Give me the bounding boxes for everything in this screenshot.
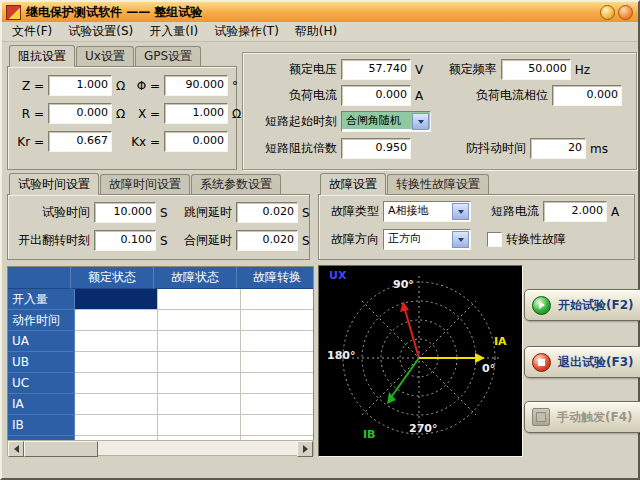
r-label: R = [16, 107, 44, 121]
chevron-down-icon[interactable] [452, 203, 469, 220]
menu-test-settings[interactable]: 试验设置(S) [60, 22, 141, 41]
table-cell[interactable] [158, 289, 241, 310]
app-icon [6, 5, 21, 20]
table-cell[interactable] [158, 310, 241, 331]
table-cell[interactable] [241, 415, 314, 436]
r-input[interactable]: 0.000 [48, 103, 112, 124]
close-button[interactable] [618, 5, 633, 20]
short-current-input[interactable]: 2.000 [543, 201, 607, 222]
table-cell[interactable] [158, 352, 241, 373]
menu-file[interactable]: 文件(F) [4, 22, 60, 41]
scroll-left-arrow-icon[interactable] [8, 441, 24, 457]
table-cell[interactable] [241, 331, 314, 352]
table-cell[interactable] [75, 331, 158, 352]
flip-time-input[interactable]: 0.100 [94, 230, 156, 251]
kr-input[interactable]: 0.667 [48, 131, 112, 152]
tab-ux-settings[interactable]: Ux设置 [76, 46, 134, 66]
ib-axis-label: IB [363, 429, 375, 441]
fault-tabstrip: 故障设置 转换性故障设置 [318, 174, 635, 194]
fault-type-label: 故障类型 [327, 203, 379, 220]
fault-type-combo[interactable]: A相接地 [383, 201, 471, 222]
tab-gps-settings[interactable]: GPS设置 [135, 46, 201, 66]
exit-test-label: 退出试验(F3) [558, 354, 634, 371]
table-cell[interactable] [158, 331, 241, 352]
debounce-input[interactable]: 20 [530, 138, 586, 159]
rated-freq-input[interactable]: 50.000 [501, 59, 571, 80]
convert-fault-checkbox[interactable] [487, 232, 502, 247]
impedance-ratio-input[interactable]: 0.950 [341, 138, 411, 159]
deg0-label: 0° [482, 363, 495, 375]
start-test-icon [532, 296, 551, 315]
table-cell[interactable] [241, 352, 314, 373]
tab-test-time[interactable]: 试验时间设置 [9, 173, 99, 195]
tab-system-params[interactable]: 系统参数设置 [191, 174, 281, 194]
exit-test-button[interactable]: 退出试验(F3) [524, 346, 640, 378]
row-header-ua: UA [8, 331, 75, 352]
table-cell[interactable] [158, 394, 241, 415]
z-input[interactable]: 1.000 [48, 75, 112, 96]
table-cell[interactable] [75, 310, 158, 331]
table-cell[interactable] [241, 394, 314, 415]
table-cell[interactable] [158, 415, 241, 436]
x-input[interactable]: 1.000 [164, 103, 228, 124]
short-start-combo[interactable]: 合闸角随机 [341, 111, 431, 132]
table-corner-header [8, 267, 71, 289]
table-cell[interactable] [75, 415, 158, 436]
scroll-right-arrow-icon[interactable] [297, 441, 313, 457]
trip-delay-input[interactable]: 0.020 [236, 202, 298, 223]
table-cell[interactable] [158, 373, 241, 394]
ia-axis-label: IA [494, 336, 507, 348]
z-unit: Ω [116, 79, 126, 93]
close-delay-input[interactable]: 0.020 [236, 230, 298, 251]
kr-label: Kr = [16, 135, 44, 149]
tab-convert-fault-settings[interactable]: 转换性故障设置 [387, 174, 489, 194]
tab-fault-settings[interactable]: 故障设置 [320, 173, 386, 195]
table-cell[interactable] [241, 373, 314, 394]
start-test-button[interactable]: 开始试验(F2) [524, 289, 640, 321]
test-time-input[interactable]: 10.000 [94, 202, 156, 223]
close-delay-unit: S [302, 234, 312, 248]
table-hscrollbar[interactable] [7, 440, 314, 456]
menu-test-operation[interactable]: 试验操作(T) [206, 22, 287, 41]
tab-fault-time[interactable]: 故障时间设置 [100, 174, 190, 194]
selected-cell[interactable] [75, 289, 158, 310]
tab-impedance-settings[interactable]: 阻抗设置 [9, 45, 75, 67]
ux-axis-label: UX [329, 270, 346, 282]
table-row: 开入量 [8, 289, 313, 310]
close-delay-label: 合闸延时 [174, 232, 232, 249]
test-time-label: 试验时间 [16, 204, 90, 221]
fault-direction-label: 故障方向 [327, 231, 379, 248]
debounce-label: 防抖动时间 [466, 140, 526, 157]
load-current-input[interactable]: 0.000 [341, 85, 411, 106]
table-cell[interactable] [75, 352, 158, 373]
phi-input[interactable]: 90.000 [164, 75, 228, 96]
table-row: UC [8, 373, 313, 394]
table-cell[interactable] [241, 289, 314, 310]
app-window: 继电保护测试软件 —— 整组试验 文件(F) 试验设置(S) 开入量(I) 试验… [0, 0, 640, 480]
trip-delay-label: 跳闸延时 [174, 204, 232, 221]
chevron-down-icon[interactable] [452, 231, 469, 248]
short-start-label: 短路起始时刻 [253, 113, 337, 130]
row-header-action-time: 动作时间 [8, 310, 75, 331]
kx-input[interactable]: 0.000 [164, 131, 228, 152]
load-phase-input[interactable]: 0.000 [552, 85, 622, 106]
flip-time-label: 开出翻转时刻 [16, 232, 90, 249]
chevron-down-icon[interactable] [412, 113, 429, 130]
table-cell[interactable] [75, 394, 158, 415]
short-current-label: 短路电流 [475, 203, 539, 220]
table-cell[interactable] [241, 310, 314, 331]
table-row: 动作时间 [8, 310, 313, 331]
start-test-label: 开始试验(F2) [558, 297, 634, 314]
table-cell[interactable] [75, 373, 158, 394]
rated-voltage-input[interactable]: 57.740 [341, 59, 411, 80]
convert-fault-label: 转换性故障 [506, 231, 566, 248]
scrollbar-thumb[interactable] [24, 441, 98, 457]
menu-help[interactable]: 帮助(H) [287, 22, 345, 41]
fault-panel-body: 故障类型 A相接地 短路电流 2.000 A 故障方向 正方向 转换性故障 [318, 194, 635, 260]
exit-test-icon [532, 353, 551, 372]
menu-binary-input[interactable]: 开入量(I) [141, 22, 206, 41]
fault-direction-combo[interactable]: 正方向 [383, 229, 471, 250]
x-unit: Ω [232, 107, 242, 121]
minimize-button[interactable] [600, 5, 615, 20]
rated-params-group: 额定电压 57.740 V 额定频率 50.000 Hz 负荷电流 0.000 … [242, 52, 637, 170]
